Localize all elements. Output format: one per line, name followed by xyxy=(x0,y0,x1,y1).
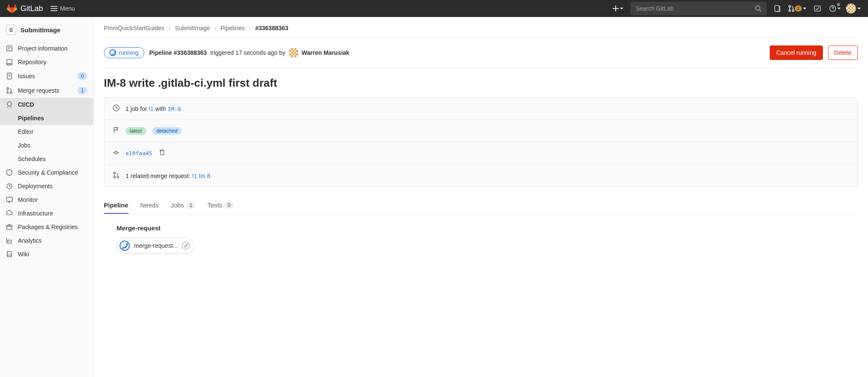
tab-pipeline[interactable]: Pipeline xyxy=(104,196,128,214)
issues-count-badge: 0 xyxy=(77,72,87,80)
sidebar-sub-jobs[interactable]: Jobs xyxy=(0,139,93,152)
pipeline-details-box: 1 job for !1 with IM-8 latest detached e… xyxy=(104,97,858,187)
todos-shortcut[interactable] xyxy=(810,1,825,16)
svg-point-19 xyxy=(10,92,12,94)
copy-sha-button[interactable] xyxy=(158,149,166,158)
svg-rect-22 xyxy=(7,225,12,230)
sidebar-item-analytics[interactable]: Analytics xyxy=(0,234,93,247)
brand[interactable]: GitLab xyxy=(7,3,43,14)
crumb-group[interactable]: PmmQuickStartGuides xyxy=(104,25,164,31)
book-icon xyxy=(6,251,13,258)
sidebar-item-issues[interactable]: Issues 0 xyxy=(0,69,93,83)
tab-jobs[interactable]: Jobs 1 xyxy=(171,196,195,214)
new-dropdown[interactable] xyxy=(609,6,627,11)
svg-rect-11 xyxy=(814,6,820,11)
hamburger-icon xyxy=(51,5,57,12)
sidebar-item-monitor[interactable]: Monitor xyxy=(0,193,93,207)
sidebar-item-label: Repository xyxy=(18,59,46,65)
pipeline-meta: Pipeline #336388363 triggered 17 seconds… xyxy=(149,48,349,57)
pipeline-id: Pipeline #336388363 xyxy=(149,49,207,56)
sidebar-item-label: Deployments xyxy=(18,183,53,190)
crumb-pipelines[interactable]: Pipelines xyxy=(220,25,245,31)
sidebar-item-label: Analytics xyxy=(18,237,42,244)
crumb-project[interactable]: SubmitImage xyxy=(175,25,210,31)
cicd-submenu: Pipelines Editor Jobs Schedules xyxy=(0,111,93,166)
sidebar-item-packages[interactable]: Packages & Registries xyxy=(0,220,93,234)
svg-rect-7 xyxy=(775,6,779,11)
sidebar-item-merge-requests[interactable]: Merge requests 1 xyxy=(0,83,93,98)
gitlab-logo-icon xyxy=(7,3,17,14)
related-mr-link[interactable]: !1 Im 8 xyxy=(192,173,210,179)
sidebar-item-wiki[interactable]: Wiki xyxy=(0,247,93,261)
commit-icon xyxy=(113,149,120,156)
sidebar-item-security[interactable]: Security & Compliance xyxy=(0,166,93,179)
project-name: SubmitImage xyxy=(20,26,60,34)
pipeline-tabs: Pipeline Needs Jobs 1 Tests 0 xyxy=(104,196,858,214)
detached-badge: detached xyxy=(152,127,182,135)
triggerer-avatar[interactable] xyxy=(289,48,298,57)
issues-shortcut[interactable] xyxy=(770,1,785,16)
sidebar-item-label: CI/CD xyxy=(18,101,34,108)
package-icon xyxy=(6,224,13,230)
info-icon xyxy=(6,45,13,52)
delete-button[interactable]: Delete xyxy=(828,45,858,60)
repository-icon xyxy=(6,59,13,65)
sidebar-item-cicd[interactable]: CI/CD xyxy=(0,98,93,111)
breadcrumb: PmmQuickStartGuides › SubmitImage › Pipe… xyxy=(104,22,858,38)
menu-button[interactable]: Menu xyxy=(46,3,79,14)
help-dropdown[interactable] xyxy=(828,1,842,16)
pipeline-status-badge[interactable]: running xyxy=(104,47,144,58)
chart-icon xyxy=(6,237,13,244)
commit-sha-link[interactable]: e10faa45 xyxy=(126,150,152,156)
sidebar-item-label: Security & Compliance xyxy=(18,169,78,176)
sidebar-sub-editor[interactable]: Editor xyxy=(0,125,93,139)
svg-point-18 xyxy=(7,92,9,94)
sidebar-item-project-information[interactable]: Project information xyxy=(0,42,93,55)
issue-icon xyxy=(774,5,781,12)
tab-needs[interactable]: Needs xyxy=(140,196,159,214)
search-input[interactable] xyxy=(636,5,751,12)
cancel-running-button[interactable]: Cancel running xyxy=(770,45,822,60)
svg-point-24 xyxy=(115,151,117,154)
svg-rect-2 xyxy=(51,10,57,11)
job-name: merge-request... xyxy=(134,242,178,249)
project-context[interactable]: S SubmitImage xyxy=(0,20,93,42)
chevron-right-icon: › xyxy=(249,25,251,31)
jobs-count-badge: 1 xyxy=(187,202,196,209)
mr-link[interactable]: !1 xyxy=(148,105,154,112)
notification-dot xyxy=(837,3,840,6)
job-pill[interactable]: merge-request... xyxy=(117,238,194,254)
status-text: running xyxy=(119,49,139,56)
triggered-text: triggered 17 seconds ago by xyxy=(210,49,286,56)
chevron-down-icon xyxy=(802,6,807,11)
svg-line-6 xyxy=(760,10,761,11)
user-menu[interactable] xyxy=(846,3,861,14)
cancel-job-icon[interactable] xyxy=(182,242,190,249)
todo-icon xyxy=(814,5,821,12)
branch-link[interactable]: IM-8 xyxy=(168,106,181,112)
sidebar-sub-schedules[interactable]: Schedules xyxy=(0,152,93,166)
running-icon xyxy=(109,49,116,56)
detail-jobs-row: 1 job for !1 with IM-8 xyxy=(104,98,857,120)
svg-rect-15 xyxy=(7,64,12,65)
svg-rect-4 xyxy=(613,8,619,9)
sidebar-item-deployments[interactable]: Deployments xyxy=(0,179,93,193)
sidebar-item-repository[interactable]: Repository xyxy=(0,55,93,69)
sidebar-sub-pipelines[interactable]: Pipelines xyxy=(0,111,93,125)
monitor-icon xyxy=(6,196,13,203)
search-box[interactable] xyxy=(631,2,767,15)
detail-related-mr-row: 1 related merge request: !1 Im 8 xyxy=(104,165,857,187)
sidebar-item-infrastructure[interactable]: Infrastructure xyxy=(0,207,93,220)
search-icon xyxy=(755,5,762,12)
running-icon xyxy=(120,241,130,251)
svg-rect-14 xyxy=(7,60,12,64)
with-text: with xyxy=(155,105,166,112)
flag-icon xyxy=(113,127,120,133)
issues-icon xyxy=(6,73,13,79)
pipeline-graph: Merge-request merge-request... xyxy=(104,214,858,264)
mr-count-badge: 2 xyxy=(795,6,802,11)
merge-requests-shortcut[interactable]: 2 xyxy=(788,5,807,12)
triggerer-name[interactable]: Warren Marusiak xyxy=(302,49,349,56)
tab-tests[interactable]: Tests 0 xyxy=(207,196,234,214)
svg-rect-1 xyxy=(51,8,57,9)
